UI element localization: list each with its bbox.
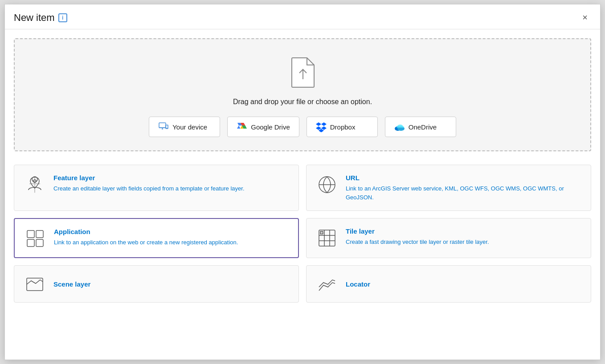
dialog-body: Drag and drop your file or choose an opt…: [5, 29, 600, 360]
svg-marker-9: [321, 122, 327, 126]
google-drive-label: Google Drive: [251, 123, 290, 131]
svg-rect-28: [320, 231, 323, 234]
tile-layer-content: Tile layer Create a fast drawing vector …: [346, 227, 582, 247]
locator-icon: [315, 274, 339, 294]
url-icon: [315, 174, 339, 194]
feature-layer-title: Feature layer: [53, 174, 290, 182]
scene-layer-title: Scene layer: [53, 280, 290, 288]
options-grid: Feature layer Create an editable layer w…: [14, 165, 591, 258]
onedrive-button[interactable]: OneDrive: [385, 117, 456, 137]
svg-rect-1: [159, 123, 166, 128]
your-device-button[interactable]: Your device: [149, 117, 220, 137]
tile-layer-icon: [315, 227, 339, 248]
device-icon: [158, 121, 169, 132]
scene-layer-icon: [23, 274, 46, 294]
svg-rect-21: [27, 239, 34, 247]
your-device-label: Your device: [172, 123, 207, 131]
drop-zone-text: Drag and drop your file or choose an opt…: [233, 98, 372, 106]
url-card[interactable]: URL Link to an ArcGIS Server web service…: [306, 165, 591, 211]
url-title: URL: [346, 174, 582, 182]
google-drive-button[interactable]: Google Drive: [227, 117, 299, 137]
locator-content: Locator: [346, 280, 582, 288]
drop-zone[interactable]: Drag and drop your file or choose an opt…: [14, 38, 591, 151]
upload-icon: [288, 57, 317, 91]
close-button[interactable]: ×: [579, 11, 591, 24]
dropbox-icon: [316, 121, 327, 132]
dialog-title: New item: [14, 12, 55, 24]
svg-rect-20: [36, 231, 43, 238]
application-desc: Link to an application on the web or cre…: [54, 238, 289, 247]
locator-title: Locator: [346, 280, 582, 288]
application-title: Application: [54, 228, 289, 235]
dropbox-button[interactable]: Dropbox: [307, 117, 378, 137]
scene-layer-content: Scene layer: [53, 280, 290, 288]
application-card[interactable]: Application Link to an application on th…: [14, 218, 299, 258]
info-icon[interactable]: i: [58, 13, 67, 22]
application-icon: [24, 228, 47, 248]
onedrive-icon: [394, 121, 405, 132]
tile-layer-title: Tile layer: [346, 227, 582, 235]
new-item-dialog: New item i × Drag and drop your file or …: [4, 4, 601, 360]
url-desc: Link to an ArcGIS Server web service, KM…: [346, 184, 582, 202]
title-row: New item i: [14, 12, 67, 24]
google-drive-icon: [237, 121, 247, 132]
dropbox-label: Dropbox: [330, 123, 356, 131]
tile-layer-card[interactable]: Tile layer Create a fast drawing vector …: [306, 218, 591, 258]
svg-rect-19: [27, 231, 34, 238]
source-buttons: Your device Google Drive: [149, 117, 456, 137]
feature-layer-card[interactable]: Feature layer Create an editable layer w…: [14, 165, 299, 211]
url-content: URL Link to an ArcGIS Server web service…: [346, 174, 582, 202]
feature-layer-content: Feature layer Create an editable layer w…: [53, 174, 290, 193]
svg-marker-8: [316, 122, 321, 126]
tile-layer-desc: Create a fast drawing vector tile layer …: [346, 238, 582, 247]
onedrive-label: OneDrive: [409, 123, 437, 131]
locator-card[interactable]: Locator: [306, 265, 591, 303]
feature-layer-desc: Create an editable layer with fields cop…: [53, 184, 290, 193]
application-content: Application Link to an application on th…: [54, 228, 289, 247]
dialog-header: New item i ×: [5, 4, 600, 29]
svg-rect-22: [36, 239, 43, 247]
feature-layer-icon: [23, 174, 46, 194]
scene-layer-card[interactable]: Scene layer: [14, 265, 299, 303]
